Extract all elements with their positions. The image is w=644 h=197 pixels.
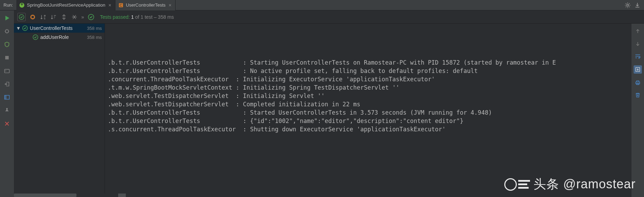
toutiao-logo-icon — [504, 178, 530, 191]
tab-usercontrollertests[interactable]: C UserControllerTests × — [115, 0, 176, 10]
close-panel-icon[interactable] — [3, 120, 10, 127]
filter-bar: az » Tests passed: 1 of 1 test – 358 ms — [14, 10, 644, 24]
left-toolbar — [0, 10, 14, 197]
console-line: .b.t.r.UserControllerTests : {"id":"1002… — [108, 117, 629, 125]
main-area: az » Tests passed: 1 of 1 test – 358 ms … — [0, 10, 644, 197]
svg-text:z: z — [44, 17, 46, 19]
pass-icon — [22, 25, 28, 31]
layout-icon[interactable] — [3, 94, 10, 101]
soft-wrap-icon[interactable] — [634, 53, 641, 60]
status-pass-icon — [88, 14, 95, 20]
console-output[interactable]: .b.t.r.UserControllerTests : Starting Us… — [105, 24, 631, 197]
console-line: .concurrent.ThreadPoolTaskExecutor : Ini… — [108, 75, 629, 83]
svg-rect-6 — [5, 69, 9, 73]
svg-point-4 — [6, 30, 9, 33]
console-line: .web.servlet.TestDispatcherServlet : Ini… — [108, 92, 629, 100]
more-icon[interactable]: » — [81, 14, 84, 20]
down-icon[interactable] — [634, 40, 641, 47]
tree-horizontal-scrollbar[interactable] — [14, 194, 105, 197]
tree-node-name: addUserRole — [40, 34, 69, 40]
svg-text:a: a — [44, 14, 46, 16]
dump-icon[interactable] — [3, 67, 10, 74]
svg-point-3 — [627, 4, 629, 6]
console-line: .b.t.r.UserControllerTests : Starting Us… — [108, 58, 629, 67]
sort-icon[interactable]: az — [40, 14, 47, 20]
pass-icon — [33, 34, 38, 40]
show-ignored-icon[interactable] — [29, 14, 36, 20]
scroll-to-end-icon[interactable] — [634, 65, 642, 74]
hide-icon[interactable] — [634, 2, 641, 8]
gear-icon[interactable] — [625, 2, 631, 8]
console-line: .t.m.w.SpringBootMockServletContext : In… — [108, 83, 629, 92]
console-line: .b.t.r.UserControllerTests : No active p… — [108, 67, 629, 75]
close-icon[interactable]: × — [107, 2, 112, 8]
tab-bar: Run: SpringBootJunitRestServiceApplicati… — [0, 0, 644, 10]
tree-node-name: UserControllerTests — [30, 25, 73, 31]
tree-node-timing: 358 ms — [87, 35, 102, 40]
center-panel: az » Tests passed: 1 of 1 test – 358 ms … — [14, 10, 644, 197]
console-horizontal-scrollbar[interactable] — [105, 194, 631, 197]
show-passed-toggle[interactable] — [17, 13, 26, 21]
svg-text:C: C — [120, 3, 122, 7]
watermark-text: 头条 @ramostear — [533, 176, 636, 193]
test-status-text: Tests passed: 1 of 1 test – 358 ms — [100, 14, 174, 20]
svg-point-7 — [6, 71, 6, 71]
console-line: .web.servlet.TestDispatcherServlet : Com… — [108, 100, 629, 108]
test-tree: ▼ UserControllerTests 358 ms addUserRole… — [14, 24, 105, 197]
spring-boot-icon — [19, 2, 25, 8]
svg-rect-18 — [637, 81, 639, 82]
tab-label: SpringBootJunitRestServiceApplication — [27, 2, 105, 8]
tree-child-row[interactable]: addUserRole 358 ms — [14, 33, 105, 42]
pin-icon[interactable] — [3, 107, 10, 114]
up-icon[interactable] — [634, 28, 641, 35]
run-label: Run: — [0, 2, 16, 8]
close-icon[interactable]: × — [168, 2, 172, 8]
watermark: 头条 @ramostear — [504, 176, 636, 193]
run-icon[interactable] — [3, 15, 10, 22]
coverage-icon[interactable] — [3, 41, 10, 48]
collapse-all-icon[interactable] — [71, 14, 78, 20]
console-line: .s.concurrent.ThreadPoolTaskExecutor : S… — [108, 125, 629, 133]
tab-springboot-app[interactable]: SpringBootJunitRestServiceApplication × — [16, 0, 115, 10]
right-toolbar — [631, 24, 644, 197]
chevron-down-icon[interactable]: ▼ — [16, 25, 21, 31]
exit-icon[interactable] — [3, 81, 10, 88]
print-icon[interactable] — [634, 79, 641, 86]
trash-icon[interactable] — [634, 92, 641, 99]
tree-node-timing: 358 ms — [87, 26, 102, 31]
stop-icon[interactable] — [3, 54, 10, 61]
tab-label: UserControllerTests — [126, 2, 165, 8]
console-line: .b.t.r.UserControllerTests : Started Use… — [108, 108, 629, 117]
expand-all-icon[interactable] — [60, 14, 67, 20]
sort-duration-icon[interactable] — [50, 14, 57, 20]
svg-rect-5 — [5, 56, 9, 59]
debug-icon[interactable] — [3, 28, 10, 35]
tree-root-row[interactable]: ▼ UserControllerTests 358 ms — [14, 24, 105, 33]
svg-rect-9 — [5, 95, 7, 99]
class-icon: C — [118, 2, 124, 8]
